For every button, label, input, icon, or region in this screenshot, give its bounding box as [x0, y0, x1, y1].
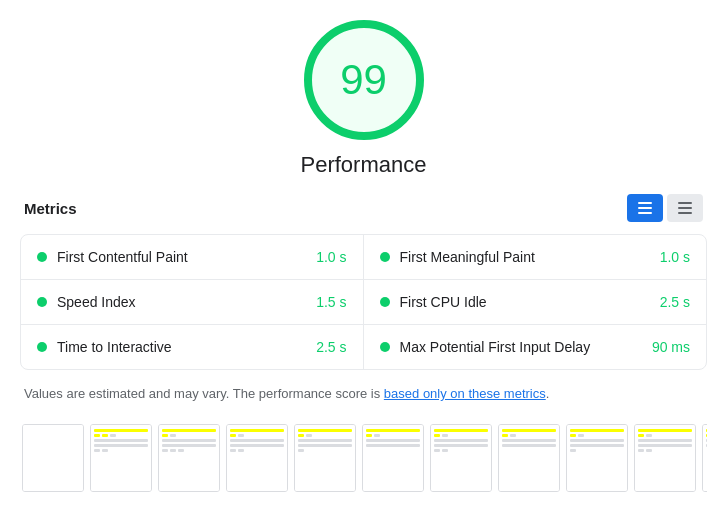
frame-content-10 [703, 425, 707, 491]
frame-dot [110, 434, 116, 437]
frame-dot [502, 434, 508, 437]
score-value: 99 [340, 56, 387, 104]
frame-dot-row [638, 449, 692, 452]
frame-dot [102, 449, 108, 452]
frame-dot [298, 449, 304, 452]
metric-value-mpfid: 90 ms [652, 339, 690, 355]
frame-dot-row [434, 449, 488, 452]
metric-row-mpfid: Max Potential First Input Delay 90 ms [364, 325, 707, 369]
metric-name-fmp: First Meaningful Paint [400, 249, 652, 265]
frame-line [434, 429, 488, 432]
frame-content-1 [91, 425, 151, 491]
frame-line [366, 444, 420, 447]
frame-dot [102, 434, 108, 437]
frame-line [706, 429, 707, 432]
frame-dot-row [298, 449, 352, 452]
filmstrip-frame-2 [158, 424, 220, 492]
filmstrip-frame-1 [90, 424, 152, 492]
list-icon [638, 202, 652, 214]
frame-dot-row [162, 434, 216, 437]
frame-line [638, 429, 692, 432]
grid-icon [678, 202, 692, 214]
metric-name-mpfid: Max Potential First Input Delay [400, 339, 644, 355]
frame-dot [162, 434, 168, 437]
frame-line [706, 444, 707, 447]
note-before: Values are estimated and may vary. The p… [24, 386, 384, 401]
frame-line [434, 444, 488, 447]
frame-blank [23, 425, 83, 491]
frame-dot-row [570, 449, 624, 452]
score-label: Performance [301, 152, 427, 178]
frame-content-9 [635, 425, 695, 491]
frame-dot-row [230, 434, 284, 437]
frame-dot-row [434, 434, 488, 437]
filmstrip [20, 420, 707, 496]
metric-value-fci: 2.5 s [660, 294, 690, 310]
filmstrip-frame-0 [22, 424, 84, 492]
metric-name-fcp: First Contentful Paint [57, 249, 308, 265]
metrics-header: Metrics [20, 194, 707, 222]
frame-dot-row [366, 434, 420, 437]
frame-dot [178, 449, 184, 452]
frame-dot [646, 449, 652, 452]
frame-line [502, 444, 556, 447]
frame-line [570, 444, 624, 447]
frame-dot [638, 434, 644, 437]
filmstrip-frame-5 [362, 424, 424, 492]
frame-line [570, 429, 624, 432]
frame-content-2 [159, 425, 219, 491]
frame-line [638, 444, 692, 447]
filmstrip-frame-7 [498, 424, 560, 492]
frame-line [94, 444, 148, 447]
filmstrip-frame-3 [226, 424, 288, 492]
frame-line [366, 439, 420, 442]
frame-line [706, 439, 707, 442]
frame-dot [238, 449, 244, 452]
score-circle: 99 [304, 20, 424, 140]
frame-dot [230, 449, 236, 452]
frame-dot-row [230, 449, 284, 452]
note-link[interactable]: based only on these metrics [384, 386, 546, 401]
frame-dot [162, 449, 168, 452]
frame-line [94, 429, 148, 432]
frame-dot [646, 434, 652, 437]
metric-value-si: 1.5 s [316, 294, 346, 310]
frame-dot [170, 449, 176, 452]
frame-line [638, 439, 692, 442]
frame-dot [570, 434, 576, 437]
frame-line [298, 429, 352, 432]
frame-dot [638, 449, 644, 452]
frame-dot [170, 434, 176, 437]
frame-line [94, 439, 148, 442]
filmstrip-frame-4 [294, 424, 356, 492]
metric-value-fmp: 1.0 s [660, 249, 690, 265]
frame-dot [306, 434, 312, 437]
metric-row-fmp: First Meaningful Paint 1.0 s [364, 235, 707, 280]
metrics-title: Metrics [24, 200, 77, 217]
frame-content-3 [227, 425, 287, 491]
frame-dot [366, 434, 372, 437]
frame-line [434, 439, 488, 442]
frame-dot [578, 434, 584, 437]
frame-content-8 [567, 425, 627, 491]
frame-content-7 [499, 425, 559, 491]
frame-dot [238, 434, 244, 437]
frame-dot [706, 434, 707, 437]
frame-dot [570, 449, 576, 452]
frame-content-4 [295, 425, 355, 491]
frame-line [298, 444, 352, 447]
frame-line [230, 429, 284, 432]
list-view-button[interactable] [627, 194, 663, 222]
note-text: Values are estimated and may vary. The p… [20, 384, 707, 404]
metric-dot-mpfid [380, 342, 390, 352]
frame-line [162, 444, 216, 447]
metric-row-fci: First CPU Idle 2.5 s [364, 280, 707, 325]
filmstrip-frame-6 [430, 424, 492, 492]
grid-view-button[interactable] [667, 194, 703, 222]
frame-line [570, 439, 624, 442]
frame-content-6 [431, 425, 491, 491]
frame-line [502, 439, 556, 442]
filmstrip-frame-10 [702, 424, 707, 492]
frame-dot-row [638, 434, 692, 437]
metric-row-si: Speed Index 1.5 s [21, 280, 364, 325]
